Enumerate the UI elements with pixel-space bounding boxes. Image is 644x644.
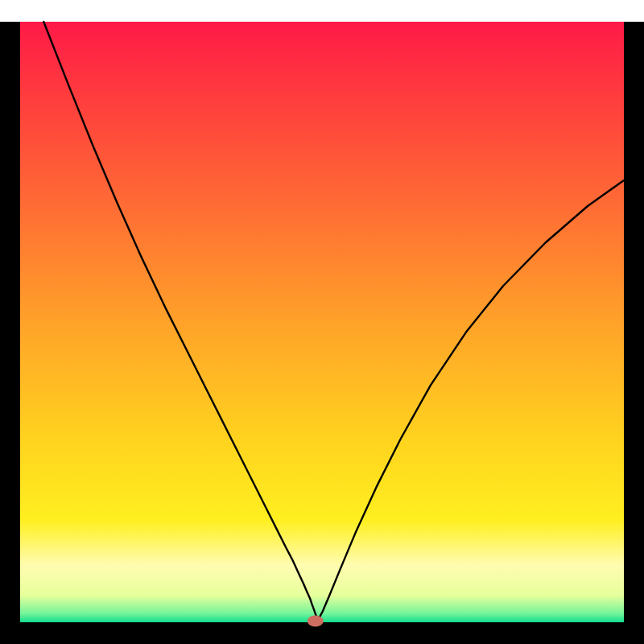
chart-plot-area [20,22,624,622]
bottleneck-chart [0,0,644,644]
optimal-point-marker [308,616,324,627]
chart-top-margin [0,0,644,22]
chart-container: TheBottleneck.com [0,0,644,644]
